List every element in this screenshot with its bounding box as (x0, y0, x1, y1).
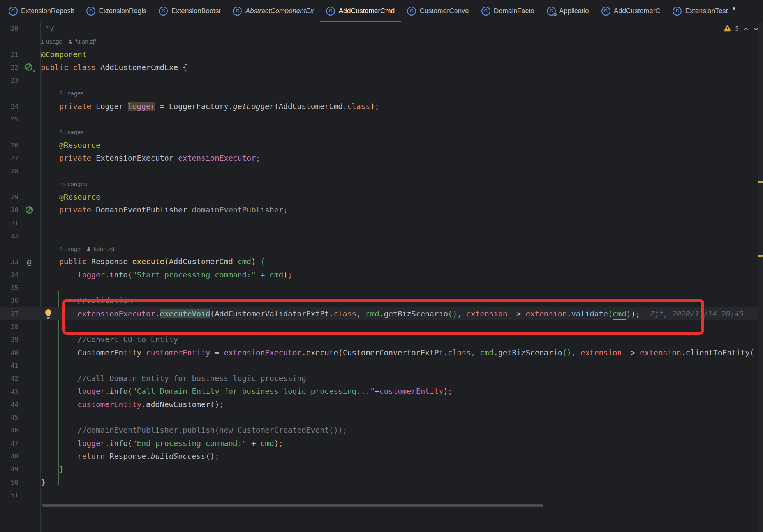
token: ) (370, 102, 375, 111)
inspections-widget[interactable]: 2 (724, 25, 759, 33)
line-number[interactable]: 21 (0, 51, 18, 58)
line-number[interactable]: 32 (0, 232, 18, 240)
code-text[interactable]: //domainEventPublisher.publish(new Custo… (40, 424, 347, 437)
bean-arrow-icon[interactable] (25, 205, 34, 215)
line-number[interactable]: 26 (0, 142, 18, 149)
code-text[interactable]: @Resource (40, 191, 100, 204)
line-number[interactable]: 38 (0, 323, 18, 330)
git-blame-annotation[interactable]: Zjf, 2020/11/14 20:45 (650, 309, 744, 318)
line-number[interactable]: 40 (0, 349, 18, 356)
code-line-51: 51 (0, 489, 763, 502)
chevron-up-icon[interactable] (743, 26, 749, 33)
line-number[interactable]: 50 (0, 479, 18, 486)
code-text[interactable]: @Resource (40, 139, 100, 152)
code-text[interactable]: private DomainEventPublisher domainEvent… (40, 204, 288, 216)
line-number[interactable]: 31 (0, 219, 18, 227)
code-text[interactable]: CustomerEntity customerEntity = extensio… (40, 346, 754, 359)
spring-bean-icon[interactable] (24, 63, 35, 72)
code-text[interactable]: public class AddCustomerCmdExe { (40, 61, 187, 74)
token: DomainEventPublisher (96, 205, 192, 214)
line-number[interactable]: 43 (0, 388, 18, 395)
code-text[interactable]: return Response.buildSuccess(); (40, 450, 219, 463)
line-number[interactable]: 20 (0, 25, 18, 32)
line-number[interactable]: 33 (0, 258, 18, 266)
line-number[interactable]: 41 (0, 362, 18, 369)
tab-ExtensionRegis[interactable]: CExtensionRegis (80, 0, 153, 22)
code-text[interactable]: //Call Domain Entity for business logic … (40, 372, 306, 385)
line-number[interactable]: 22 (0, 64, 18, 71)
token: () (562, 348, 571, 357)
token: () (448, 309, 457, 318)
line-number[interactable]: 24 (0, 103, 18, 110)
line-number[interactable]: 42 (0, 375, 18, 382)
line-number[interactable]: 25 (0, 116, 18, 123)
tab-Applicatio[interactable]: CApplicatio (541, 0, 595, 22)
code-text[interactable]: logger.info("Call Domain Entity for busi… (40, 385, 453, 398)
token: + (256, 270, 270, 279)
tab-AddCustomerCmd[interactable]: CAddCustomerCmd (320, 0, 401, 22)
usage-inlay-hint[interactable]: 2 usages (59, 129, 84, 136)
at-icon[interactable]: @ (27, 258, 32, 266)
code-text[interactable]: @Component (40, 48, 86, 61)
code-text[interactable]: //validation (40, 294, 132, 307)
line-number[interactable]: 47 (0, 440, 18, 447)
gutter-icon-slot (18, 113, 40, 126)
gutter-icon-slot (18, 320, 40, 333)
token: //domainEventPublisher.publish(new Custo… (78, 426, 347, 435)
line-number[interactable]: 48 (0, 453, 18, 460)
tab-CustomerConve[interactable]: CCustomerConve (401, 0, 475, 22)
gutter-icon-slot (18, 463, 40, 476)
person-icon (68, 39, 73, 44)
line-number[interactable]: 39 (0, 336, 18, 343)
horizontal-scrollbar[interactable] (42, 504, 543, 507)
line-number[interactable]: 51 (0, 492, 18, 499)
token: cmd (238, 257, 251, 266)
code-text[interactable]: extensionExecutor.executeVoid(AddCustome… (40, 307, 744, 320)
lightbulb-icon[interactable] (44, 309, 52, 319)
chevron-down-icon[interactable] (753, 26, 759, 33)
line-number[interactable]: 35 (0, 284, 18, 291)
code-text[interactable]: } (40, 463, 64, 476)
code-text[interactable]: public Response execute(AddCustomerCmd c… (40, 255, 265, 268)
warning-stripe-mark[interactable] (758, 181, 763, 183)
line-number[interactable]: 36 (0, 297, 18, 304)
line-number[interactable]: 23 (0, 77, 18, 84)
code-text[interactable]: //Convert CO to Entity (40, 333, 178, 346)
token: customerEntity (78, 400, 141, 409)
line-number[interactable]: 44 (0, 401, 18, 408)
usage-inlay-hint[interactable]: 3 usages (59, 90, 84, 97)
token: logger (78, 270, 105, 279)
code-text[interactable]: customerEntity.addNewCustomer(); (40, 398, 224, 411)
code-line-34: 34 logger.info("Start processing command… (0, 269, 763, 281)
code-editor[interactable]: 20 */1 usagefulan.zjf21@Component22publi… (0, 22, 763, 532)
warning-stripe-mark[interactable] (758, 255, 763, 257)
class-icon: C (326, 7, 335, 16)
line-number[interactable]: 37 (0, 310, 18, 318)
code-text[interactable]: */ (40, 22, 55, 35)
line-number[interactable]: 27 (0, 155, 18, 162)
tab-ExtensionTest[interactable]: CExtensionTest (666, 0, 741, 22)
inlay-text: fulan.zjf (75, 38, 96, 45)
code-text[interactable]: logger.info("Start processing command:" … (40, 269, 293, 281)
usage-inlay-hint[interactable]: no usages (59, 181, 87, 188)
code-text[interactable]: private ExtensionExecutor extensionExecu… (40, 152, 261, 165)
token: execute( (132, 257, 169, 266)
tab-ExtensionReposit[interactable]: CExtensionReposit (2, 0, 80, 22)
code-text[interactable]: private Logger logger = LoggerFactory.ge… (40, 100, 379, 113)
tab-AddCustomerC[interactable]: CAddCustomerC (595, 0, 667, 22)
line-number[interactable]: 45 (0, 414, 18, 421)
tab-DomainFacto[interactable]: CDomainFacto (475, 0, 541, 22)
error-stripe-track[interactable] (758, 22, 763, 532)
usage-inlay-hint[interactable]: 1 usagefulan.zjf (59, 246, 115, 253)
code-text[interactable]: } (40, 476, 46, 489)
tab-AbstractComponentEx[interactable]: CAbstractComponentEx (227, 0, 320, 22)
code-text[interactable]: logger.info("End processing command:" + … (40, 437, 283, 450)
tab-ExtensionBootst[interactable]: CExtensionBootst (153, 0, 227, 22)
line-number[interactable]: 29 (0, 193, 18, 201)
line-number[interactable]: 28 (0, 167, 18, 175)
line-number[interactable]: 34 (0, 271, 18, 279)
usage-inlay-hint[interactable]: 1 usagefulan.zjf (41, 38, 96, 45)
line-number[interactable]: 30 (0, 206, 18, 214)
line-number[interactable]: 46 (0, 427, 18, 434)
line-number[interactable]: 49 (0, 465, 18, 473)
